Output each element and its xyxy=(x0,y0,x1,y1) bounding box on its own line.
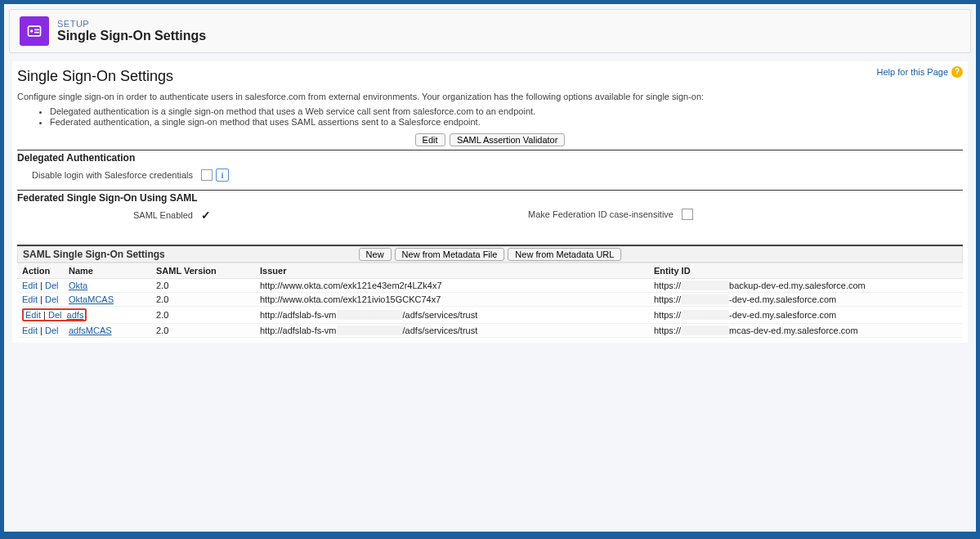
sso-options-list: Delegated authentication is a single sig… xyxy=(50,106,963,127)
config-name-link[interactable]: adfsMCAS xyxy=(69,326,112,335)
col-entity-id: Entity ID xyxy=(649,263,963,279)
entity-id-cell: https://xxxxxxxxxx-dev-ed.my.salesforce.… xyxy=(649,307,963,324)
edit-button[interactable]: Edit xyxy=(415,133,445,146)
config-name-link[interactable]: Okta xyxy=(69,281,87,290)
delete-row-link[interactable]: Del xyxy=(45,281,59,290)
info-icon[interactable]: i xyxy=(216,168,229,182)
svg-rect-3 xyxy=(34,32,39,34)
page-header-bar: SETUP Single Sign-On Settings xyxy=(9,9,971,53)
edit-row-link[interactable]: Edit xyxy=(22,326,38,335)
new-from-metadata-file-button[interactable]: New from Metadata File xyxy=(395,248,505,261)
disable-login-checkbox[interactable] xyxy=(201,169,213,181)
table-row: Edit | DeladfsMCAS2.0http://adfslab-fs-v… xyxy=(17,324,963,338)
table-row: Edit | Del adfs2.0http://adfslab-fs-vmxx… xyxy=(17,307,963,324)
saml-enabled-check-icon: ✓ xyxy=(201,209,211,222)
config-name-link[interactable]: OktaMCAS xyxy=(69,294,114,304)
saml-version-cell: 2.0 xyxy=(151,279,255,293)
saml-settings-panel-title: SAML Single Sign-On Settings xyxy=(23,249,165,260)
page-description: Configure single sign-on in order to aut… xyxy=(17,92,963,101)
page-header-title: Single Sign-On Settings xyxy=(57,29,206,43)
federation-case-label: Make Federation ID case-insensitive xyxy=(507,209,682,219)
new-button[interactable]: New xyxy=(359,248,392,261)
federated-sso-section-title: Federated Single Sign-On Using SAML xyxy=(17,191,963,207)
saml-assertion-validator-button[interactable]: SAML Assertion Validator xyxy=(450,133,566,146)
col-action: Action xyxy=(17,263,64,279)
disable-login-label: Disable login with Salesforce credential… xyxy=(17,170,201,180)
entity-id-cell: https://xxxxxxxxxxbackup-dev-ed.my.sales… xyxy=(649,279,963,293)
edit-row-link[interactable]: Edit xyxy=(22,294,38,304)
page-header-eyebrow: SETUP xyxy=(57,19,206,29)
issuer-cell: http://adfslab-fs-vmxxxxxxxxxxxxxx/adfs/… xyxy=(255,324,649,338)
entity-id-cell: https://xxxxxxxxxxmcas-dev-ed.my.salesfo… xyxy=(649,324,963,338)
federation-case-checkbox[interactable] xyxy=(682,209,693,220)
issuer-cell: http://www.okta.com/exk121e43em2r4LZk4x7 xyxy=(255,279,649,293)
table-row: Edit | DelOktaMCAS2.0http://www.okta.com… xyxy=(17,293,963,307)
table-row: Edit | DelOkta2.0http://www.okta.com/exk… xyxy=(17,279,963,293)
help-icon: ? xyxy=(951,66,963,78)
setup-icon xyxy=(20,16,49,46)
col-name: Name xyxy=(64,263,151,279)
svg-rect-2 xyxy=(34,29,39,31)
list-item: Delegated authentication is a single sig… xyxy=(50,106,963,116)
col-saml-version: SAML Version xyxy=(151,263,255,279)
edit-row-link[interactable]: Edit xyxy=(25,310,41,320)
entity-id-cell: https://xxxxxxxxxx-dev-ed.my.salesforce.… xyxy=(649,293,963,307)
list-item: Federated authentication, a single sign-… xyxy=(50,117,963,127)
delete-row-link[interactable]: Del xyxy=(48,310,62,320)
issuer-cell: http://www.okta.com/exk121ivio15GCKC74x7 xyxy=(255,293,649,307)
delete-row-link[interactable]: Del xyxy=(45,294,59,304)
saml-version-cell: 2.0 xyxy=(151,307,255,324)
saml-enabled-label: SAML Enabled xyxy=(17,210,201,220)
saml-version-cell: 2.0 xyxy=(151,324,255,338)
highlighted-row-marker: Edit | Del adfs xyxy=(22,308,87,321)
col-issuer: Issuer xyxy=(255,263,649,279)
saml-version-cell: 2.0 xyxy=(151,293,255,307)
delete-row-link[interactable]: Del xyxy=(45,326,59,335)
issuer-cell: http://adfslab-fs-vmxxxxxxxxxxxxxx/adfs/… xyxy=(255,307,649,324)
help-link-label: Help for this Page xyxy=(877,67,948,77)
page-title: Single Sign-On Settings xyxy=(17,68,173,85)
edit-row-link[interactable]: Edit xyxy=(22,281,38,290)
new-from-metadata-url-button[interactable]: New from Metadata URL xyxy=(508,248,621,261)
config-name-link[interactable]: adfs xyxy=(67,310,84,320)
svg-point-1 xyxy=(30,29,33,32)
svg-rect-0 xyxy=(29,26,41,36)
delegated-auth-section-title: Delegated Authentication xyxy=(17,150,963,167)
help-for-this-page-link[interactable]: Help for this Page ? xyxy=(877,66,963,78)
saml-settings-table: Action Name SAML Version Issuer Entity I… xyxy=(17,263,963,338)
